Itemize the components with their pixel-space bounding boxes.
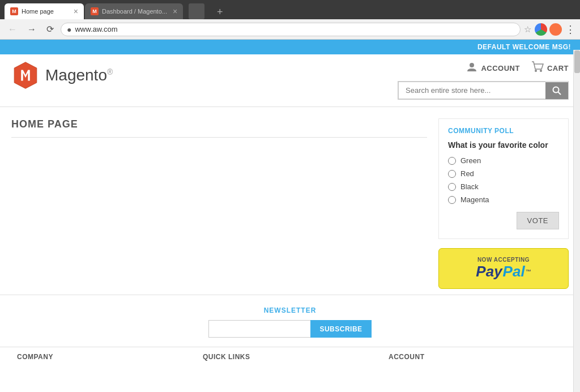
bookmark-icon[interactable]: ☆ — [524, 24, 531, 35]
forward-button[interactable]: → — [24, 23, 40, 36]
site-header: Magento® ACCOUNT — [0, 54, 580, 107]
tab-dashboard[interactable]: M Dashboard / Magento... × — [85, 3, 183, 19]
poll-radio-magenta[interactable] — [448, 196, 456, 204]
address-bar: ● — [61, 23, 521, 36]
footer-newsletter: NEWSLETTER SUBSCRIBE — [0, 295, 580, 347]
new-tab-button[interactable]: + — [212, 5, 227, 19]
poll-section: COMMUNITY POLL What is your favorite col… — [438, 118, 569, 239]
poll-question: What is your favorite color — [448, 140, 559, 150]
content-left: HOME PAGE — [11, 118, 438, 289]
refresh-button[interactable]: ⟳ — [43, 22, 57, 36]
poll-option-magenta[interactable]: Magenta — [448, 195, 559, 204]
newsletter-label: NEWSLETTER — [11, 306, 569, 314]
subscribe-button[interactable]: SUBSCRIBE — [310, 320, 371, 338]
poll-radio-green[interactable] — [448, 157, 456, 165]
chrome-icon — [535, 23, 547, 36]
header-right: ACCOUNT CART — [398, 61, 569, 100]
paypal-banner: NOW ACCEPTING PayPal™ — [438, 248, 569, 289]
header-top: Magento® ACCOUNT — [11, 61, 569, 106]
nav-extra-buttons — [535, 23, 562, 36]
main-content: HOME PAGE COMMUNITY POLL What is your fa… — [0, 107, 580, 295]
cart-link[interactable]: CART — [531, 61, 569, 75]
search-button[interactable] — [545, 82, 568, 99]
poll-radio-black[interactable] — [448, 183, 456, 191]
footer-col-account: ACCOUNT — [383, 353, 569, 361]
account-link[interactable]: ACCOUNT — [466, 61, 520, 75]
sidebar: COMMUNITY POLL What is your favorite col… — [438, 118, 569, 289]
newsletter-email-input[interactable] — [208, 320, 310, 338]
logo-area: Magento® — [11, 61, 113, 90]
svg-point-2 — [535, 70, 537, 72]
poll-option-black[interactable]: Black — [448, 182, 559, 191]
logo-text: Magento® — [45, 66, 113, 84]
browser-tabs: M Home page × M Dashboard / Magento... ×… — [5, 3, 575, 19]
poll-title: COMMUNITY POLL — [448, 127, 559, 135]
poll-options: Green Red Black Magenta — [448, 156, 559, 204]
search-icon — [552, 86, 561, 95]
tab-close-icon[interactable]: × — [74, 7, 78, 16]
paypal-logo: PayPal™ — [476, 263, 531, 280]
footer-links: COMPANY QUICK LINKS ACCOUNT — [0, 347, 580, 361]
menu-icon[interactable]: ⋮ — [565, 23, 575, 36]
lock-icon: ● — [67, 25, 71, 34]
back-button[interactable]: ← — [5, 23, 20, 36]
paypal-pal-text: Pal — [503, 263, 525, 280]
tab-close-icon[interactable]: × — [173, 7, 177, 16]
poll-option-green[interactable]: Green — [448, 156, 559, 165]
magento-logo-icon — [11, 61, 40, 90]
poll-radio-red[interactable] — [448, 170, 456, 178]
vote-button[interactable]: VOTE — [517, 212, 559, 229]
page-title: HOME PAGE — [11, 118, 427, 138]
search-input[interactable] — [398, 82, 545, 99]
paypal-now-text: NOW ACCEPTING — [477, 257, 530, 263]
paypal-pay-text: Pay — [476, 263, 502, 280]
header-actions: ACCOUNT CART — [466, 61, 569, 75]
profile-icon[interactable] — [549, 23, 562, 36]
svg-point-3 — [540, 70, 542, 72]
scrollbar-thumb[interactable] — [574, 50, 580, 73]
newsletter-form: SUBSCRIBE — [208, 320, 371, 338]
paypal-trademark: ™ — [526, 269, 531, 275]
svg-point-1 — [470, 63, 474, 67]
svg-point-4 — [553, 87, 559, 92]
cart-icon — [531, 61, 544, 75]
footer-col-quicklinks: QUICK LINKS — [197, 353, 383, 361]
url-input[interactable] — [75, 25, 514, 33]
scrollbar[interactable] — [573, 50, 580, 392]
browser-chrome: M Home page × M Dashboard / Magento... ×… — [0, 0, 580, 19]
tab-homepage[interactable]: M Home page × — [5, 3, 84, 19]
search-bar — [398, 81, 569, 100]
browser-nav: ← → ⟳ ● ☆ ⋮ — [0, 19, 580, 40]
account-icon — [466, 61, 477, 75]
svg-line-5 — [558, 92, 561, 95]
footer-col-company: COMPANY — [11, 353, 197, 361]
welcome-bar: DEFAULT WELCOME MSG! — [0, 40, 580, 54]
poll-option-red[interactable]: Red — [448, 169, 559, 178]
